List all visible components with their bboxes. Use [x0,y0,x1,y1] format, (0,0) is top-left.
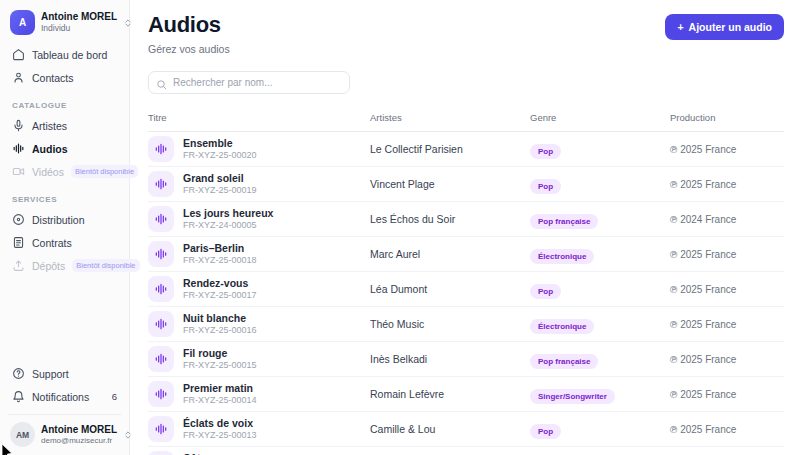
video-icon [12,165,25,178]
table-row[interactable]: Fil rouge FR-XYZ-25-00015 Inès Belkadi P… [148,342,784,377]
audio-id: FR-XYZ-25-00020 [183,150,257,161]
app-window: A Antoine MOREL Individu Tableau de bord… [0,0,800,455]
coming-soon-badge: Bientôt disponible [72,259,139,272]
title-stack: Ensemble FR-XYZ-25-00020 [183,137,257,161]
sidebar-item-audios[interactable]: Audios [8,137,121,160]
sidebar-item-notifications[interactable]: Notifications 6 [8,385,121,408]
title-stack: Premier matin FR-XYZ-25-00014 [183,382,257,406]
audio-artist: Vincent Plage [370,178,530,190]
table-row[interactable]: Côte sauvage FR-XYZ-24-00004 Vincent Pla… [148,447,784,455]
avatar: A [10,10,35,35]
user-menu[interactable]: AM Antoine MOREL demo@muzisecur.fr [8,414,121,449]
title-cell: Nuit blanche FR-XYZ-25-00016 [148,311,370,337]
genre-badge: Pop [530,179,561,194]
user-icon [12,71,25,84]
workspace-switcher[interactable]: A Antoine MOREL Individu [8,8,121,43]
document-icon [12,236,25,249]
coming-soon-badge: Bientôt disponible [71,165,138,178]
sidebar-item-distribution[interactable]: Distribution [8,208,121,231]
sidebar-item-label: Support [32,368,69,380]
audio-title: Premier matin [183,382,257,395]
sidebar-item-contrats[interactable]: Contrats [8,231,121,254]
sidebar-item-support[interactable]: Support [8,362,121,385]
add-audio-button-label: Ajouter un audio [689,21,772,33]
audio-id: FR-XYZ-25-00018 [183,255,257,266]
sidebar-item-label: Tableau de bord [32,49,107,61]
audio-id: FR-XYZ-25-00013 [183,430,257,441]
audio-production: ℗ 2025 France [670,179,784,190]
bell-icon [12,390,25,403]
audios-table: Titre Artistes Genre Production Ensemble… [148,108,784,455]
genre-badge: Électronique [530,249,594,264]
home-icon [12,48,25,61]
title-stack: Paris–Berlin FR-XYZ-25-00018 [183,242,257,266]
title-cell: Paris–Berlin FR-XYZ-25-00018 [148,241,370,267]
sidebar-item-depots[interactable]: Dépôts Bientôt disponible [8,254,121,277]
search-icon [156,76,167,94]
audio-title: Ensemble [183,137,257,150]
table-row[interactable]: Les jours heureux FR-XYZ-24-00005 Les Éc… [148,202,784,237]
sidebar-item-contacts[interactable]: Contacts [8,66,121,89]
sidebar-item-artistes[interactable]: Artistes [8,114,121,137]
title-stack: Éclats de voix FR-XYZ-25-00013 [183,417,257,441]
genre-cell: Pop [530,175,670,194]
sidebar-item-label: Notifications [32,391,89,403]
table-header: Titre Artistes Genre Production [148,108,784,132]
table-row[interactable]: Rendez-vous FR-XYZ-25-00017 Léa Dumont P… [148,272,784,307]
help-icon [12,367,25,380]
sidebar-item-videos[interactable]: Vidéos Bientôt disponible [8,160,121,183]
workspace-info: Antoine MOREL Individu [41,11,117,33]
sidebar-spacer [8,277,121,362]
avatar: AM [10,422,35,447]
audio-artist: Léa Dumont [370,283,530,295]
audio-waveform-icon [148,416,174,442]
audio-title: Nuit blanche [183,312,257,325]
sidebar-item-label: Artistes [32,120,67,132]
chevrons-up-down-icon [123,14,133,32]
title-cell: Rendez-vous FR-XYZ-25-00017 [148,276,370,302]
disc-icon [12,213,25,226]
page-title: Audios [148,12,230,38]
add-audio-button[interactable]: + Ajouter un audio [665,14,784,40]
microphone-icon [12,119,25,132]
table-row[interactable]: Premier matin FR-XYZ-25-00014 Romain Lef… [148,377,784,412]
column-header-production: Production [670,112,784,123]
column-header-titre: Titre [148,112,370,123]
genre-badge: Singer/Songwriter [530,389,615,404]
table-row[interactable]: Ensemble FR-XYZ-25-00020 Le Collectif Pa… [148,132,784,167]
genre-badge: Pop [530,144,561,159]
table-row[interactable]: Éclats de voix FR-XYZ-25-00013 Camille &… [148,412,784,447]
search-input[interactable] [148,71,350,94]
title-cell: Premier matin FR-XYZ-25-00014 [148,381,370,407]
audio-id: FR-XYZ-24-00005 [183,220,273,231]
workspace-name: Antoine MOREL [41,11,117,23]
title-cell: Côte sauvage FR-XYZ-24-00004 [148,451,370,455]
audio-artist: Les Échos du Soir [370,213,530,225]
workspace-type: Individu [41,23,117,33]
sidebar-item-tableau-de-bord[interactable]: Tableau de bord [8,43,121,66]
genre-badge: Électronique [530,319,594,334]
audio-artist: Théo Music [370,318,530,330]
audio-title: Grand soleil [183,172,257,185]
audio-title: Les jours heureux [183,207,273,220]
audio-id: FR-XYZ-25-00019 [183,185,257,196]
page-header: Audios Gérez vos audios + Ajouter un aud… [148,12,784,55]
upload-icon [12,259,25,272]
table-row[interactable]: Nuit blanche FR-XYZ-25-00016 Théo Music … [148,307,784,342]
title-stack: Grand soleil FR-XYZ-25-00019 [183,172,257,196]
genre-cell: Pop [530,140,670,159]
table-body: Ensemble FR-XYZ-25-00020 Le Collectif Pa… [148,132,784,455]
audio-waveform-icon [148,381,174,407]
sidebar-nav: Tableau de bord Contacts CATALOGUE Artis… [8,43,121,277]
sidebar-item-label: Contrats [32,237,72,249]
table-row[interactable]: Paris–Berlin FR-XYZ-25-00018 Marc Aurel … [148,237,784,272]
sidebar-item-label: Dépôts [32,260,65,272]
audio-id: FR-XYZ-25-00016 [183,325,257,336]
table-row[interactable]: Grand soleil FR-XYZ-25-00019 Vincent Pla… [148,167,784,202]
audio-waveform-icon [148,171,174,197]
waveform-icon [12,142,25,155]
title-stack: Fil rouge FR-XYZ-25-00015 [183,347,257,371]
audio-production: ℗ 2025 France [670,319,784,330]
sidebar-item-label: Audios [32,143,68,155]
audio-production: ℗ 2025 France [670,249,784,260]
